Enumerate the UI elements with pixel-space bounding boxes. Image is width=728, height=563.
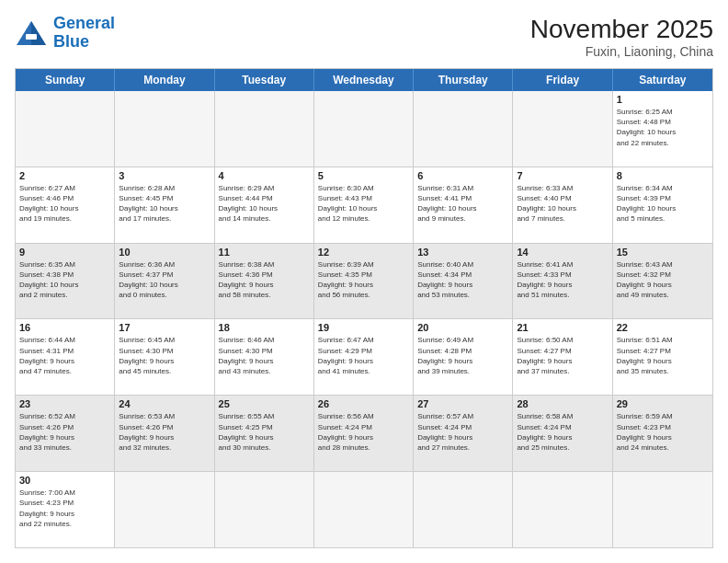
cal-cell bbox=[513, 472, 612, 547]
day-info: Sunrise: 6:45 AM Sunset: 4:30 PM Dayligh… bbox=[119, 335, 210, 376]
logo-general: General bbox=[53, 14, 115, 32]
logo-blue: Blue bbox=[53, 32, 89, 51]
cal-cell: 11Sunrise: 6:38 AM Sunset: 4:36 PM Dayli… bbox=[215, 244, 314, 319]
day-number: 4 bbox=[219, 170, 310, 181]
header: General Blue November 2025 Fuxin, Liaoni… bbox=[15, 15, 713, 59]
day-number: 1 bbox=[617, 94, 709, 105]
day-number: 20 bbox=[417, 322, 508, 333]
cal-cell bbox=[314, 91, 414, 167]
day-info: Sunrise: 6:28 AM Sunset: 4:45 PM Dayligh… bbox=[119, 183, 210, 224]
day-info: Sunrise: 6:44 AM Sunset: 4:31 PM Dayligh… bbox=[19, 335, 110, 376]
cal-cell: 25Sunrise: 6:55 AM Sunset: 4:25 PM Dayli… bbox=[215, 396, 314, 471]
cal-cell: 8Sunrise: 6:34 AM Sunset: 4:39 PM Daylig… bbox=[613, 167, 712, 243]
day-info: Sunrise: 6:52 AM Sunset: 4:26 PM Dayligh… bbox=[19, 411, 110, 453]
cal-week-3: 16Sunrise: 6:44 AM Sunset: 4:31 PM Dayli… bbox=[16, 319, 712, 396]
day-number: 28 bbox=[517, 398, 608, 409]
cal-cell bbox=[414, 472, 513, 547]
day-number: 9 bbox=[19, 247, 110, 258]
day-number: 24 bbox=[119, 398, 210, 409]
calendar-header: SundayMondayTuesdayWednesdayThursdayFrid… bbox=[16, 69, 712, 91]
header-day-sunday: Sunday bbox=[16, 69, 115, 91]
day-number: 13 bbox=[417, 247, 508, 258]
day-info: Sunrise: 6:41 AM Sunset: 4:33 PM Dayligh… bbox=[517, 259, 608, 301]
cal-cell: 7Sunrise: 6:33 AM Sunset: 4:40 PM Daylig… bbox=[513, 167, 612, 243]
calendar: SundayMondayTuesdayWednesdayThursdayFrid… bbox=[15, 68, 713, 548]
day-info: Sunrise: 6:35 AM Sunset: 4:38 PM Dayligh… bbox=[19, 259, 110, 301]
day-info: Sunrise: 6:56 AM Sunset: 4:24 PM Dayligh… bbox=[318, 411, 409, 453]
day-number: 23 bbox=[19, 398, 110, 409]
cal-cell: 12Sunrise: 6:39 AM Sunset: 4:35 PM Dayli… bbox=[314, 244, 414, 319]
cal-week-0: 1Sunrise: 6:25 AM Sunset: 4:48 PM Daylig… bbox=[16, 91, 712, 167]
cal-cell: 27Sunrise: 6:57 AM Sunset: 4:24 PM Dayli… bbox=[414, 396, 513, 471]
day-info: Sunrise: 6:36 AM Sunset: 4:37 PM Dayligh… bbox=[119, 259, 210, 301]
cal-cell: 28Sunrise: 6:58 AM Sunset: 4:24 PM Dayli… bbox=[513, 396, 612, 471]
day-number: 15 bbox=[617, 247, 709, 258]
day-info: Sunrise: 6:34 AM Sunset: 4:39 PM Dayligh… bbox=[617, 183, 709, 224]
day-info: Sunrise: 6:31 AM Sunset: 4:41 PM Dayligh… bbox=[417, 183, 508, 224]
cal-cell: 2Sunrise: 6:27 AM Sunset: 4:46 PM Daylig… bbox=[16, 167, 115, 243]
day-info: Sunrise: 6:25 AM Sunset: 4:48 PM Dayligh… bbox=[617, 107, 709, 148]
day-info: Sunrise: 6:51 AM Sunset: 4:27 PM Dayligh… bbox=[617, 335, 709, 376]
logo-icon bbox=[15, 19, 48, 47]
day-number: 12 bbox=[318, 247, 409, 258]
cal-week-4: 23Sunrise: 6:52 AM Sunset: 4:26 PM Dayli… bbox=[16, 396, 712, 472]
cal-cell bbox=[613, 472, 712, 547]
day-info: Sunrise: 6:39 AM Sunset: 4:35 PM Dayligh… bbox=[318, 259, 409, 301]
cal-cell bbox=[513, 91, 612, 167]
day-info: Sunrise: 7:00 AM Sunset: 4:23 PM Dayligh… bbox=[19, 488, 110, 529]
day-info: Sunrise: 6:40 AM Sunset: 4:34 PM Dayligh… bbox=[417, 259, 508, 301]
day-number: 11 bbox=[219, 247, 310, 258]
cal-cell: 19Sunrise: 6:47 AM Sunset: 4:29 PM Dayli… bbox=[314, 319, 414, 395]
cal-cell: 22Sunrise: 6:51 AM Sunset: 4:27 PM Dayli… bbox=[613, 319, 712, 395]
day-info: Sunrise: 6:29 AM Sunset: 4:44 PM Dayligh… bbox=[219, 183, 310, 224]
day-number: 10 bbox=[119, 247, 210, 258]
day-number: 19 bbox=[318, 322, 409, 333]
cal-cell: 3Sunrise: 6:28 AM Sunset: 4:45 PM Daylig… bbox=[115, 167, 214, 243]
day-number: 6 bbox=[417, 170, 508, 181]
cal-cell bbox=[215, 472, 314, 547]
day-number: 27 bbox=[417, 398, 508, 409]
day-info: Sunrise: 6:33 AM Sunset: 4:40 PM Dayligh… bbox=[517, 183, 608, 224]
header-day-saturday: Saturday bbox=[613, 69, 712, 91]
day-number: 7 bbox=[517, 170, 608, 181]
day-info: Sunrise: 6:46 AM Sunset: 4:30 PM Dayligh… bbox=[219, 335, 310, 376]
cal-cell bbox=[215, 91, 314, 167]
day-info: Sunrise: 6:55 AM Sunset: 4:25 PM Dayligh… bbox=[219, 411, 310, 453]
header-day-tuesday: Tuesday bbox=[215, 69, 314, 91]
cal-cell: 30Sunrise: 7:00 AM Sunset: 4:23 PM Dayli… bbox=[16, 472, 115, 547]
cal-cell: 23Sunrise: 6:52 AM Sunset: 4:26 PM Dayli… bbox=[16, 396, 115, 471]
day-number: 2 bbox=[19, 170, 110, 181]
logo: General Blue bbox=[15, 15, 115, 52]
header-day-friday: Friday bbox=[513, 69, 612, 91]
day-number: 18 bbox=[219, 322, 310, 333]
day-info: Sunrise: 6:49 AM Sunset: 4:28 PM Dayligh… bbox=[417, 335, 508, 376]
day-number: 17 bbox=[119, 322, 210, 333]
cal-cell: 1Sunrise: 6:25 AM Sunset: 4:48 PM Daylig… bbox=[613, 91, 712, 167]
logo-text: General Blue bbox=[53, 15, 115, 52]
day-number: 30 bbox=[19, 475, 110, 486]
header-day-thursday: Thursday bbox=[414, 69, 513, 91]
title-block: November 2025 Fuxin, Liaoning, China bbox=[530, 15, 713, 59]
cal-cell: 16Sunrise: 6:44 AM Sunset: 4:31 PM Dayli… bbox=[16, 319, 115, 395]
cal-cell: 5Sunrise: 6:30 AM Sunset: 4:43 PM Daylig… bbox=[314, 167, 414, 243]
cal-cell: 21Sunrise: 6:50 AM Sunset: 4:27 PM Dayli… bbox=[513, 319, 612, 395]
day-info: Sunrise: 6:30 AM Sunset: 4:43 PM Dayligh… bbox=[318, 183, 409, 224]
main-title: November 2025 bbox=[530, 15, 713, 44]
cal-cell bbox=[115, 91, 214, 167]
cal-cell: 20Sunrise: 6:49 AM Sunset: 4:28 PM Dayli… bbox=[414, 319, 513, 395]
day-info: Sunrise: 6:43 AM Sunset: 4:32 PM Dayligh… bbox=[617, 259, 709, 301]
cal-cell: 9Sunrise: 6:35 AM Sunset: 4:38 PM Daylig… bbox=[16, 244, 115, 319]
cal-cell: 26Sunrise: 6:56 AM Sunset: 4:24 PM Dayli… bbox=[314, 396, 414, 471]
cal-cell bbox=[414, 91, 513, 167]
day-number: 26 bbox=[318, 398, 409, 409]
cal-cell: 24Sunrise: 6:53 AM Sunset: 4:26 PM Dayli… bbox=[115, 396, 214, 471]
header-day-wednesday: Wednesday bbox=[314, 69, 414, 91]
cal-cell: 14Sunrise: 6:41 AM Sunset: 4:33 PM Dayli… bbox=[513, 244, 612, 319]
day-number: 16 bbox=[19, 322, 110, 333]
day-info: Sunrise: 6:50 AM Sunset: 4:27 PM Dayligh… bbox=[517, 335, 608, 376]
cal-cell: 15Sunrise: 6:43 AM Sunset: 4:32 PM Dayli… bbox=[613, 244, 712, 319]
header-day-monday: Monday bbox=[115, 69, 214, 91]
day-number: 22 bbox=[617, 322, 709, 333]
cal-cell: 10Sunrise: 6:36 AM Sunset: 4:37 PM Dayli… bbox=[115, 244, 214, 319]
day-info: Sunrise: 6:57 AM Sunset: 4:24 PM Dayligh… bbox=[417, 411, 508, 453]
